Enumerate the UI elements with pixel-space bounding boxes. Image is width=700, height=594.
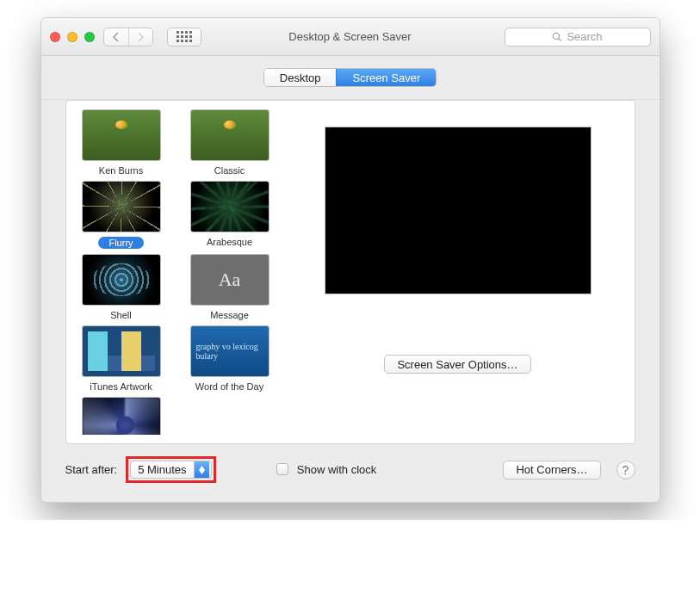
screensaver-label: Arabesque xyxy=(183,237,276,247)
close-window-button[interactable] xyxy=(50,32,60,42)
screensaver-label: Message xyxy=(183,310,276,320)
tab-screen-saver[interactable]: Screen Saver xyxy=(336,69,436,86)
annotation-highlight: 5 Minutes xyxy=(126,456,216,483)
screensaver-item-wotd[interactable]: graphy vo lexicog bularyWord of the Day xyxy=(183,325,276,392)
screensaver-label: Classic xyxy=(183,165,276,176)
screensaver-thumb xyxy=(82,254,161,306)
screensaver-item-ken_burns[interactable]: Ken Burns xyxy=(75,109,168,176)
start-after-popup[interactable]: 5 Minutes xyxy=(130,461,212,479)
screensaver-thumb: Aa xyxy=(190,254,269,306)
preview-frame xyxy=(325,127,592,294)
screensaver-item-shell[interactable]: Shell xyxy=(75,254,168,320)
tab-row: Desktop Screen Saver xyxy=(41,56,660,100)
show-with-clock-row: Show with clock xyxy=(276,463,376,476)
preview-content xyxy=(325,127,591,294)
screensaver-thumb xyxy=(190,181,269,232)
tab-segmented: Desktop Screen Saver xyxy=(263,68,437,87)
screensaver-panel: Ken BurnsClassicFlurryArabesqueShellAaMe… xyxy=(65,100,635,444)
screensaver-thumb xyxy=(190,109,269,161)
prefs-window: Desktop & Screen Saver Search Desktop Sc… xyxy=(40,17,660,503)
screensaver-label: Shell xyxy=(75,310,168,320)
search-icon xyxy=(552,32,562,42)
bottom-controls: Start after: 5 Minutes Show with clock H… xyxy=(65,456,635,483)
hot-corners-button[interactable]: Hot Corners… xyxy=(503,461,600,480)
screensaver-item-flurry[interactable]: Flurry xyxy=(75,181,168,249)
minimize-window-button[interactable] xyxy=(67,32,77,42)
zoom-window-button[interactable] xyxy=(84,32,95,42)
screensaver-options-button[interactable]: Screen Saver Options… xyxy=(384,355,530,374)
nav-back-forward xyxy=(103,28,153,46)
screensaver-thumb xyxy=(82,109,161,161)
screensaver-item-message[interactable]: AaMessage xyxy=(183,254,276,320)
traffic-lights xyxy=(50,32,95,42)
screensaver-item-classic[interactable]: Classic xyxy=(183,109,276,176)
screensaver-label: Ken Burns xyxy=(75,165,168,176)
screensaver-thumb: graphy vo lexicog bulary xyxy=(190,325,269,377)
preview-area: Screen Saver Options… xyxy=(292,109,635,435)
screensaver-list[interactable]: Ken BurnsClassicFlurryArabesqueShellAaMe… xyxy=(75,109,282,435)
search-input[interactable]: Search xyxy=(505,28,651,46)
screensaver-item-itunes[interactable]: iTunes Artwork xyxy=(75,325,168,392)
selection-pill: Flurry xyxy=(98,237,143,249)
screensaver-item-arabesque[interactable]: Arabesque xyxy=(183,181,276,249)
screensaver-item-random[interactable]: Random xyxy=(75,397,168,435)
show-with-clock-label: Show with clock xyxy=(297,463,376,476)
screensaver-thumb xyxy=(82,181,161,232)
screensaver-thumb xyxy=(82,325,161,377)
start-after-label: Start after: xyxy=(65,463,118,476)
tab-desktop[interactable]: Desktop xyxy=(264,69,337,86)
search-placeholder: Search xyxy=(567,30,602,43)
nav-forward-button[interactable] xyxy=(128,28,152,46)
screensaver-thumb xyxy=(82,397,161,435)
content-area: Ken BurnsClassicFlurryArabesqueShellAaMe… xyxy=(41,100,660,502)
help-button[interactable]: ? xyxy=(616,461,635,480)
grid-icon xyxy=(177,31,192,42)
word-of-the-day-thumb-text: graphy vo lexicog bulary xyxy=(191,338,269,364)
screensaver-label: Flurry xyxy=(75,237,168,249)
nav-back-button[interactable] xyxy=(104,28,128,46)
screensaver-label: iTunes Artwork xyxy=(75,381,168,392)
start-after-value: 5 Minutes xyxy=(131,461,193,478)
stepper-arrows-icon xyxy=(194,461,209,478)
screensaver-label: Word of the Day xyxy=(183,381,276,392)
show-all-button[interactable] xyxy=(167,28,201,46)
show-with-clock-checkbox[interactable] xyxy=(276,463,288,475)
titlebar: Desktop & Screen Saver Search xyxy=(41,18,660,56)
